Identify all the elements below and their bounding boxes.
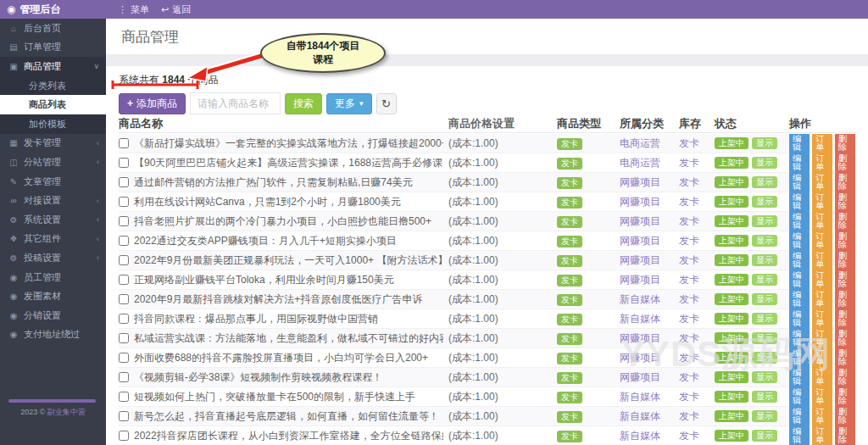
category-link[interactable]: 网赚项目 — [620, 253, 679, 268]
status-show-badge[interactable]: 显示 — [752, 157, 777, 169]
sidebar-item-moments-material[interactable]: ◉ 发圈素材 — [0, 286, 106, 306]
status-show-badge[interactable]: 显示 — [752, 137, 777, 149]
sidebar-item-label: 分站管理 — [24, 156, 92, 169]
category-link[interactable]: 新自媒体 — [620, 312, 679, 326]
sidebar-item-submission[interactable]: ⚙ 投稿设置 ‹ — [0, 248, 106, 268]
edit-button[interactable]: 编辑 — [789, 425, 810, 445]
category-link[interactable]: 新自媒体 — [620, 429, 679, 443]
row-checkbox[interactable] — [119, 372, 129, 382]
row-checkbox[interactable] — [119, 138, 129, 148]
status-show-badge[interactable]: 显示 — [752, 215, 777, 227]
status-on-badge[interactable]: 上架中 — [715, 215, 748, 227]
stock-text: 发卡 — [679, 429, 715, 443]
status-show-badge[interactable]: 显示 — [752, 274, 777, 286]
category-link[interactable]: 网赚项目 — [620, 195, 679, 209]
header-stock: 库存 — [679, 116, 715, 131]
type-badge: 发卡 — [557, 353, 582, 364]
category-link[interactable]: 电商运营 — [620, 156, 679, 170]
row-checkbox[interactable] — [119, 353, 129, 363]
order-button[interactable]: 订单 — [812, 425, 832, 445]
sidebar-item-products[interactable]: ▣ 商品管理 ∨ — [0, 57, 106, 76]
status-on-badge[interactable]: 上架中 — [715, 254, 748, 266]
brand: ◉ 管理后台 — [0, 3, 106, 17]
refresh-button[interactable]: ↻ — [376, 93, 397, 114]
row-checkbox[interactable] — [119, 197, 129, 207]
sidebar-item-label: 支付地址绕过 — [24, 328, 94, 341]
status-on-badge[interactable]: 上架中 — [715, 391, 748, 403]
row-checkbox[interactable] — [119, 333, 129, 343]
category-link[interactable]: 网赚项目 — [620, 175, 679, 190]
category-link[interactable]: 网赚项目 — [620, 214, 679, 229]
callout-bubble: 自带1844个项目 课程 — [260, 33, 386, 73]
sidebar-subitem-category-list[interactable]: 分类列表 — [0, 76, 106, 96]
back-label: 返回 — [172, 3, 191, 16]
sidebar-item-label: 发圈素材 — [24, 290, 94, 303]
row-checkbox[interactable] — [119, 294, 129, 304]
row-checkbox[interactable] — [119, 255, 129, 265]
sidebar-item-staff[interactable]: ◉ 员工管理 — [0, 268, 106, 287]
row-checkbox[interactable] — [119, 236, 129, 246]
status-show-badge[interactable]: 显示 — [752, 293, 777, 305]
page-header: 商品管理 — [106, 19, 868, 54]
menu-toggle[interactable]: ⋮ 菜单 — [118, 3, 149, 16]
status-on-badge[interactable]: 上架中 — [715, 430, 748, 442]
sidebar-item-articles[interactable]: ✎ 文章管理 — [0, 172, 106, 192]
sidebar-item-distribution[interactable]: ◉ 分销设置 — [0, 306, 106, 325]
category-link[interactable]: 网赚项目 — [620, 234, 679, 248]
row-checkbox[interactable] — [119, 216, 129, 226]
product-cost: (成本:1.00) — [448, 390, 557, 404]
row-checkbox[interactable] — [119, 158, 129, 168]
row-checkbox[interactable] — [119, 275, 129, 285]
category-link[interactable]: 网赚项目 — [620, 273, 679, 287]
category-link[interactable]: 新自媒体 — [620, 409, 679, 424]
row-checkbox[interactable] — [119, 177, 129, 187]
sidebar-item-card-mgmt[interactable]: ▦ 发卡管理 ‹ — [0, 134, 106, 153]
row-checkbox[interactable] — [119, 431, 129, 441]
sidebar-subitem-price-template[interactable]: 加价模板 — [0, 114, 106, 134]
add-product-button[interactable]: + 添加商品 — [119, 93, 186, 114]
status-on-badge[interactable]: 上架中 — [715, 196, 748, 208]
status-on-badge[interactable]: 上架中 — [715, 274, 748, 286]
more-button[interactable]: 更多 ▾ — [326, 93, 372, 114]
category-link[interactable]: 新自媒体 — [620, 390, 679, 404]
category-link[interactable]: 电商运营 — [620, 136, 679, 151]
status-show-badge[interactable]: 显示 — [752, 391, 777, 403]
status-show-badge[interactable]: 显示 — [752, 313, 777, 325]
status-on-badge[interactable]: 上架中 — [715, 410, 748, 422]
header-type: 商品类型 — [557, 116, 620, 131]
status-show-badge[interactable]: 显示 — [752, 196, 777, 208]
status-on-badge[interactable]: 上架中 — [715, 137, 748, 149]
product-cost: (成本:1.00) — [448, 331, 557, 346]
sidebar-subitem-product-list[interactable]: 商品列表 — [0, 95, 106, 114]
type-badge: 发卡 — [557, 294, 582, 306]
search-button[interactable]: 搜索 — [285, 93, 322, 114]
stock-text: 发卡 — [679, 214, 715, 229]
sidebar-item-system[interactable]: ⚙ 系统设置 ‹ — [0, 210, 106, 230]
status-show-badge[interactable]: 显示 — [752, 254, 777, 266]
sidebar-item-label: 对接设置 — [24, 194, 92, 207]
status-show-badge[interactable]: 显示 — [752, 176, 777, 188]
sidebar-item-substation[interactable]: ◫ 分站管理 ‹ — [0, 153, 106, 172]
sidebar-item-integration[interactable]: ∞ 对接设置 ‹ — [0, 191, 106, 210]
product-cost: (成本:1.00) — [448, 156, 557, 170]
status-on-badge[interactable]: 上架中 — [715, 293, 748, 305]
status-show-badge[interactable]: 显示 — [752, 410, 777, 422]
row-checkbox[interactable] — [119, 392, 129, 402]
status-on-badge[interactable]: 上架中 — [715, 176, 748, 188]
status-on-badge[interactable]: 上架中 — [715, 313, 748, 325]
status-on-badge[interactable]: 上架中 — [715, 235, 748, 247]
row-checkbox[interactable] — [119, 314, 129, 324]
category-link[interactable]: 新自媒体 — [620, 292, 679, 307]
status-on-badge[interactable]: 上架中 — [715, 157, 748, 169]
search-input[interactable] — [190, 92, 281, 114]
sidebar-item-components[interactable]: ❖ 其它组件 ‹ — [0, 230, 106, 249]
status-show-badge[interactable]: 显示 — [752, 430, 777, 442]
delete-button[interactable]: 删除 — [835, 425, 855, 445]
status-show-badge[interactable]: 显示 — [752, 235, 777, 247]
sidebar-item-orders[interactable]: ▤ 订单管理 — [0, 38, 106, 58]
row-checkbox[interactable] — [119, 411, 129, 421]
back-link[interactable]: ↩ 返回 — [161, 3, 191, 16]
sidebar-item-payment-bypass[interactable]: ◉ 支付地址绕过 — [0, 325, 106, 345]
footer-brand-link[interactable]: 副业集中营 — [47, 408, 86, 416]
sidebar-item-home[interactable]: ⌂ 后台首页 — [0, 19, 106, 38]
